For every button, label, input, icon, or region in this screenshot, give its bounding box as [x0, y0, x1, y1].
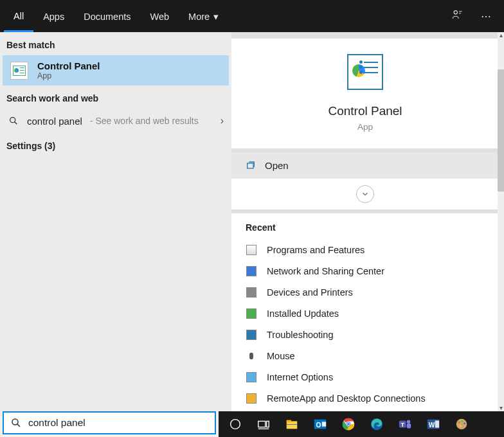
svg-point-33 — [460, 425, 462, 427]
detail-subtitle: App — [231, 122, 499, 132]
chevron-right-icon: › — [221, 115, 224, 127]
svg-text:O: O — [316, 422, 321, 429]
recent-item-mouse[interactable]: Mouse — [246, 345, 485, 366]
svg-text:W: W — [429, 422, 435, 429]
scroll-down-icon[interactable]: ▾ — [498, 405, 504, 411]
taskbar-outlook[interactable]: O — [307, 411, 333, 437]
recent-label: RemoteApp and Desktop Connections — [267, 393, 426, 404]
tab-more[interactable]: More▾ — [179, 0, 228, 32]
web-search-item[interactable]: control panel - See work and web results… — [0, 109, 231, 133]
open-action[interactable]: Open — [231, 152, 499, 179]
results-left-pane: Best match Control Panel App Search work… — [0, 32, 231, 411]
svg-line-2 — [15, 122, 17, 125]
taskbar-explorer[interactable] — [279, 411, 305, 437]
taskbar-cortana[interactable] — [222, 411, 248, 437]
search-icon — [8, 115, 19, 127]
updates-icon — [246, 308, 256, 319]
control-panel-icon — [10, 62, 28, 80]
recent-header: Recent — [246, 222, 485, 233]
recent-item-installed-updates[interactable]: Installed Updates — [246, 303, 485, 324]
mouse-icon — [246, 350, 256, 361]
detail-card: Control Panel App — [231, 39, 499, 148]
svg-rect-8 — [258, 421, 266, 427]
tab-documents[interactable]: Documents — [74, 0, 140, 32]
svg-rect-28 — [435, 421, 439, 428]
web-search-hint: - See work and web results — [90, 116, 199, 126]
printer-icon — [246, 287, 256, 298]
tab-more-label: More — [188, 12, 210, 22]
svg-rect-3 — [248, 163, 253, 168]
svg-rect-25 — [407, 424, 411, 428]
expand-row — [231, 179, 499, 210]
recent-label: Installed Updates — [267, 308, 339, 319]
svg-point-30 — [458, 422, 460, 424]
recent-label: Devices and Printers — [267, 287, 353, 298]
svg-point-24 — [407, 420, 411, 424]
recent-item-remoteapp[interactable]: RemoteApp and Desktop Connections — [246, 388, 485, 409]
settings-header[interactable]: Settings (3) — [0, 133, 231, 159]
web-search-term: control panel — [27, 116, 82, 127]
network-icon — [246, 265, 256, 276]
svg-point-20 — [347, 423, 350, 425]
recent-item-troubleshooting[interactable]: Troubleshooting — [246, 324, 485, 345]
recent-label: Mouse — [267, 351, 295, 361]
taskbar-chrome[interactable] — [336, 411, 361, 437]
detail-pane: Control Panel App Open Recent Programs a… — [231, 32, 504, 411]
recent-block: Recent Programs and Features Network and… — [231, 213, 499, 434]
taskbar-taskview[interactable] — [251, 411, 276, 437]
search-icon — [10, 417, 22, 429]
svg-rect-12 — [287, 420, 291, 423]
search-input[interactable] — [28, 417, 208, 429]
expand-button[interactable] — [356, 185, 374, 203]
taskbar-edge[interactable] — [364, 411, 390, 437]
feedback-icon[interactable] — [442, 9, 472, 23]
remoteapp-icon — [246, 393, 256, 404]
recent-label: Internet Options — [267, 372, 333, 382]
recent-item-network-sharing[interactable]: Network and Sharing Center — [246, 260, 485, 281]
recent-label: Troubleshooting — [267, 330, 333, 340]
search-tabs: All Apps Documents Web More▾ ⋯ — [0, 0, 504, 32]
chevron-down-icon: ▾ — [213, 12, 219, 22]
best-match-title: Control Panel — [37, 60, 100, 71]
svg-rect-4 — [249, 352, 253, 359]
recent-label: Programs and Features — [267, 245, 364, 255]
svg-line-6 — [17, 424, 20, 427]
taskbar-teams[interactable]: T — [392, 411, 418, 437]
svg-rect-9 — [267, 421, 269, 427]
svg-point-7 — [231, 420, 240, 429]
control-panel-large-icon — [347, 54, 383, 90]
svg-point-32 — [464, 423, 465, 425]
tab-all[interactable]: All — [4, 0, 33, 32]
svg-rect-16 — [322, 422, 326, 426]
search-web-header: Search work and web — [0, 85, 231, 109]
scroll-thumb[interactable] — [498, 69, 504, 192]
taskbar-paint[interactable] — [449, 411, 474, 437]
svg-point-31 — [461, 420, 463, 422]
recent-item-devices-printers[interactable]: Devices and Printers — [246, 281, 485, 303]
best-match-item[interactable]: Control Panel App — [3, 55, 229, 85]
recent-item-programs-features[interactable]: Programs and Features — [246, 239, 485, 260]
internet-icon — [246, 371, 256, 382]
tab-web[interactable]: Web — [141, 0, 179, 32]
tab-apps[interactable]: Apps — [33, 0, 74, 32]
best-match-subtitle: App — [37, 71, 100, 80]
open-label: Open — [265, 160, 289, 171]
taskbar-word[interactable]: W — [420, 411, 446, 437]
programs-icon — [246, 244, 256, 255]
recent-item-internet-options[interactable]: Internet Options — [246, 366, 485, 388]
search-box[interactable] — [3, 411, 216, 434]
more-options-icon[interactable]: ⋯ — [472, 10, 500, 22]
detail-scrollbar[interactable]: ▴ ▾ — [498, 32, 504, 411]
best-match-header: Best match — [0, 32, 231, 55]
recent-label: Network and Sharing Center — [267, 266, 384, 276]
svg-point-5 — [12, 419, 18, 425]
svg-text:T: T — [401, 422, 405, 428]
scroll-up-icon[interactable]: ▴ — [498, 32, 504, 39]
troubleshoot-icon — [246, 329, 256, 340]
svg-rect-13 — [287, 424, 298, 425]
svg-point-1 — [10, 118, 15, 123]
open-icon — [246, 161, 256, 171]
taskbar: O T W — [219, 411, 504, 437]
svg-point-0 — [454, 11, 457, 14]
detail-title: Control Panel — [231, 104, 499, 118]
